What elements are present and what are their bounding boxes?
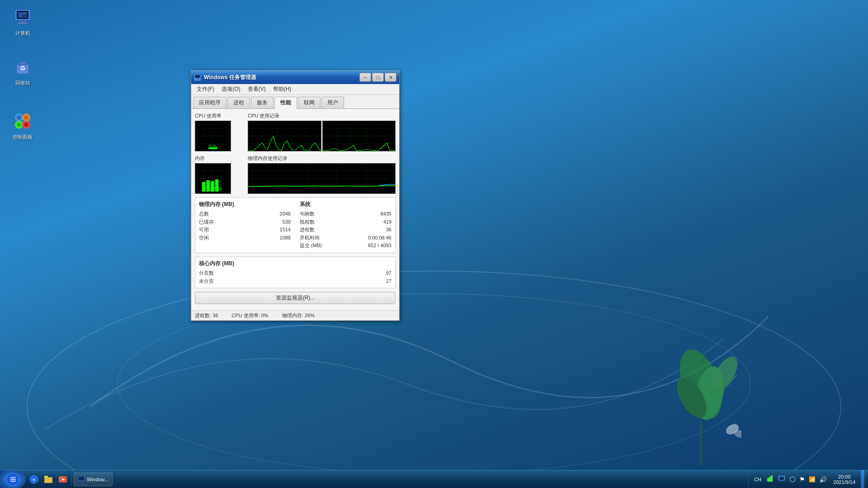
svg-rect-14 xyxy=(19,13,22,17)
physical-memory-column: 物理内存 (MB) 总数 2046 已缓存 530 可用 1514 空闲 xyxy=(199,201,291,250)
value-cached: 530 xyxy=(264,218,291,226)
svg-rect-89 xyxy=(779,477,784,480)
tray-language[interactable]: CH xyxy=(752,477,763,482)
close-button[interactable]: ✕ xyxy=(385,73,396,82)
memory-history-graph xyxy=(248,163,396,194)
desktop-icon-recycle[interactable]: ♻ 回收站 xyxy=(5,54,41,88)
svg-rect-29 xyxy=(195,75,200,78)
resource-monitor-button[interactable]: 资源监视器(R)... xyxy=(195,292,396,304)
tab-users[interactable]: 用户 xyxy=(321,97,344,108)
computer-icon xyxy=(12,6,33,28)
cpu-usage-label: CPU 使用率 xyxy=(195,113,244,119)
label-commit: 提交 (MB) xyxy=(300,242,322,250)
minimize-button[interactable]: ─ xyxy=(359,73,371,82)
desktop: 计算机 ♻ 回收站 控制面板 xyxy=(0,0,868,488)
tray-monitor-icon[interactable] xyxy=(777,474,787,485)
svg-rect-12 xyxy=(18,23,28,24)
quick-launch-folder[interactable] xyxy=(42,473,55,486)
menu-options[interactable]: 选项(O) xyxy=(218,84,244,94)
memory-graph: 532 MB xyxy=(195,163,231,194)
window-menubar: 文件(F) 选项(O) 查看(V) 帮助(H) xyxy=(191,84,399,95)
cpu-history-right xyxy=(322,121,396,151)
svg-rect-15 xyxy=(23,13,26,14)
status-memory: 物理内存: 26% xyxy=(282,312,315,319)
label-available: 可用 xyxy=(199,226,209,234)
system-title: 系统 xyxy=(300,201,392,208)
system-row-2: 进程数 36 xyxy=(300,226,392,234)
monitor-row-cpu: CPU 使用率 xyxy=(195,113,396,151)
menu-view[interactable]: 查看(V) xyxy=(244,84,269,94)
physical-memory-row-0: 总数 2046 xyxy=(199,210,291,218)
label-nonpaged: 未分页 xyxy=(199,277,214,286)
svg-text:⊞: ⊞ xyxy=(9,475,15,483)
system-column: 系统 句柄数 8435 线程数 419 进程数 36 开机时间 xyxy=(300,201,392,250)
label-paged: 分页数 xyxy=(199,269,214,277)
value-commit: 652 / 4093 xyxy=(364,242,392,250)
memory-history-panel: 物理内存使用记录 xyxy=(248,155,396,194)
maximize-button[interactable]: □ xyxy=(372,73,384,82)
label-threads: 线程数 xyxy=(300,218,315,226)
memory-history-label: 物理内存使用记录 xyxy=(248,155,396,162)
memory-label: 内存 xyxy=(195,155,244,162)
tray-bluetooth-icon[interactable]: ⬡ xyxy=(788,474,797,484)
tray-sound-icon[interactable]: 🔊 xyxy=(818,475,828,484)
cpu-history-label: CPU 使用记录 xyxy=(248,113,396,119)
system-row-1: 线程数 419 xyxy=(300,218,392,226)
start-button[interactable]: ⊞ xyxy=(0,470,25,488)
tab-applications[interactable]: 应用程序 xyxy=(193,97,226,108)
physical-memory-row-1: 已缓存 530 xyxy=(199,218,291,226)
window-controls: ─ □ ✕ xyxy=(359,73,396,82)
show-desktop-button[interactable] xyxy=(861,470,864,488)
tray-network-icon[interactable] xyxy=(765,474,775,485)
svg-point-8 xyxy=(733,428,741,439)
svg-point-0 xyxy=(27,271,841,488)
tab-performance[interactable]: 性能 xyxy=(274,97,297,109)
tray-wifi-icon[interactable]: 📶 xyxy=(808,475,816,483)
svg-rect-80 xyxy=(45,478,52,482)
taskbar-item-label: Window... xyxy=(87,477,108,482)
svg-rect-30 xyxy=(196,79,199,80)
tab-services[interactable]: 服务 xyxy=(251,97,274,108)
value-threads: 419 xyxy=(364,218,392,226)
value-nonpaged: 27 xyxy=(364,277,392,286)
menu-file[interactable]: 文件(F) xyxy=(193,84,218,94)
svg-rect-85 xyxy=(767,478,769,482)
desktop-icon-computer[interactable]: 计算机 xyxy=(5,5,41,38)
kernel-row-0: 分页数 97 xyxy=(199,269,392,277)
quick-launch-media[interactable] xyxy=(56,473,70,486)
svg-point-3 xyxy=(692,364,728,422)
cpu-percent-text: 0 % xyxy=(195,144,231,149)
cpu-history-graphs xyxy=(248,121,396,151)
kernel-memory-section: 核心内存 (MB) 分页数 97 未分页 27 xyxy=(195,257,396,288)
window-titlebar: Windows 任务管理器 ─ □ ✕ xyxy=(191,70,399,84)
svg-point-2 xyxy=(671,344,730,424)
tray-flag-icon[interactable]: ⚑ xyxy=(798,475,806,484)
value-processes: 36 xyxy=(364,226,392,234)
tray-clock[interactable]: 20:00 2021/9/14 xyxy=(830,474,859,485)
value-total: 2046 xyxy=(264,210,291,218)
tray-time: 20:00 xyxy=(833,474,855,479)
value-paged: 97 xyxy=(364,269,392,277)
quick-launch-ie[interactable]: e xyxy=(27,473,41,486)
taskbar-item-taskmanager[interactable]: Window... xyxy=(74,473,113,486)
menu-help[interactable]: 帮助(H) xyxy=(269,84,295,94)
label-cached: 已缓存 xyxy=(199,218,214,226)
tab-processes[interactable]: 进程 xyxy=(227,97,250,108)
recycle-icon: ♻ xyxy=(12,56,33,78)
system-tray: CH ⬡ ⚑ 📶 🔊 20:00 2021 xyxy=(748,470,868,488)
svg-point-27 xyxy=(24,122,28,127)
tab-network[interactable]: 联网 xyxy=(298,97,321,108)
taskbar-items: Window... xyxy=(72,470,748,488)
window-title-icon xyxy=(194,74,201,81)
cpu-history-left xyxy=(248,121,321,151)
physical-memory-row-2: 可用 1514 xyxy=(199,226,291,234)
svg-point-24 xyxy=(17,115,21,120)
value-uptime: 0:00:08:46 xyxy=(364,234,392,242)
desktop-icon-control[interactable]: 控制面板 xyxy=(5,108,41,142)
svg-rect-87 xyxy=(771,475,773,482)
svg-point-6 xyxy=(709,352,741,393)
status-cpu: CPU 使用率: 0% xyxy=(231,312,268,319)
window-content: CPU 使用率 xyxy=(191,109,399,310)
control-panel-icon-label: 控制面板 xyxy=(13,134,33,141)
cpu-usage-panel: CPU 使用率 xyxy=(195,113,244,151)
